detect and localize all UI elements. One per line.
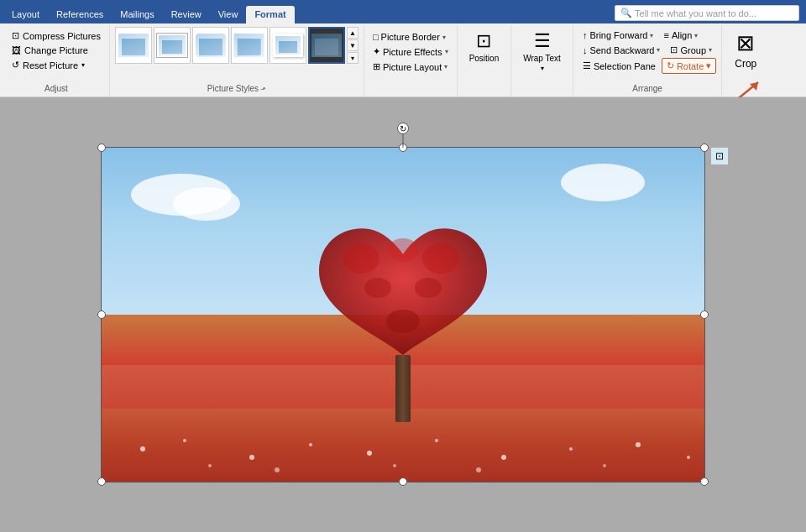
rotate-button[interactable]: ↻ Rotate ▾ — [662, 58, 716, 74]
position-label-area — [463, 95, 506, 96]
align-dropdown-icon: ▾ — [694, 32, 698, 39]
tab-layout[interactable]: Layout — [3, 6, 48, 23]
selection-overlay: ↻ — [101, 147, 705, 482]
reset-picture-button[interactable]: ↺ Reset Picture ▾ — [8, 58, 104, 72]
align-icon: ≡ — [663, 30, 668, 40]
search-bar[interactable]: 🔍 Tell me what you want to do... — [615, 5, 799, 21]
wrap-text-button[interactable]: ☰ Wrap Text ▾ — [516, 27, 568, 76]
wrap-text-group: ☰ Wrap Text ▾ — [511, 25, 573, 96]
styles-thumbnails-row: ▲ ▼ ▾ — [115, 27, 359, 64]
layout-dropdown-icon: ▾ — [444, 63, 447, 70]
compress-icon: ⊡ — [12, 30, 19, 41]
crop-button[interactable]: ⊠ Crop — [727, 27, 764, 73]
handle-bottom-right[interactable] — [700, 477, 709, 486]
style-preview-1 — [118, 34, 149, 57]
rotate-handle[interactable]: ↻ — [397, 123, 409, 134]
dropdown-arrow-icon: ▾ — [81, 61, 85, 69]
style-preview-2 — [157, 34, 187, 57]
tab-review[interactable]: Review — [163, 6, 210, 23]
bring-forward-button[interactable]: ↑ Bring Forward ▾ — [578, 29, 658, 42]
tab-format[interactable]: Format — [246, 6, 294, 23]
search-placeholder: Tell me what you want to do... — [635, 8, 756, 18]
adjust-group-label-area: Adjust — [8, 84, 104, 96]
rotate-icon: ↻ — [667, 60, 674, 71]
style-preview-3 — [196, 34, 226, 57]
picture-icon: 🖼 — [12, 45, 21, 55]
picture-effects-button[interactable]: ✦ Picture Effects ▾ — [369, 44, 452, 59]
effects-dropdown-icon: ▾ — [445, 48, 448, 55]
forward-dropdown-icon: ▾ — [650, 32, 653, 39]
image-container[interactable]: ↻ ⊡ — [101, 147, 705, 482]
selection-pane-icon: ☰ — [583, 60, 591, 71]
style-thumb-2[interactable] — [154, 27, 191, 64]
wrap-icon: ☰ — [534, 30, 551, 52]
styles-group-label-area: Picture Styles ⬏ — [115, 84, 359, 96]
scroll-more-arrow[interactable]: ▾ — [347, 52, 359, 64]
rotate-dropdown-icon: ▾ — [706, 60, 711, 71]
position-group: ⊡ Position — [458, 25, 512, 96]
backward-dropdown-icon: ▾ — [657, 46, 660, 54]
style-thumb-5[interactable] — [270, 27, 306, 64]
handle-mid-right[interactable] — [700, 310, 709, 319]
send-backward-button[interactable]: ↓ Send Backward ▾ — [578, 43, 665, 57]
scroll-down-arrow[interactable]: ▼ — [347, 39, 359, 51]
arrange-buttons: ↑ Bring Forward ▾ ≡ Align ▾ ↓ Send Backw… — [578, 27, 716, 74]
group-dropdown-icon: ▾ — [709, 46, 712, 54]
rotate-btn-wrapper: ↻ Rotate ▾ — [662, 58, 716, 74]
picture-layout-button[interactable]: ⊞ Picture Layout ▾ — [369, 60, 452, 74]
arrange-row-1: ↑ Bring Forward ▾ ≡ Align ▾ — [578, 29, 716, 42]
border-icon: □ — [373, 32, 379, 42]
crop-icon: ⊠ — [736, 30, 755, 56]
tab-mailings[interactable]: Mailings — [112, 6, 162, 23]
arrange-row-3: ☰ Selection Pane ↻ Rotate ▾ — [578, 58, 716, 74]
style-thumbnails-list: ▲ ▼ ▾ — [115, 27, 359, 64]
ribbon-tabs: Layout References Mailings Review View F… — [0, 0, 806, 23]
arrange-group-label-area: Arrange — [578, 84, 716, 96]
border-dropdown-icon: ▾ — [442, 34, 446, 41]
arrange-row-2: ↓ Send Backward ▾ ⊡ Group ▾ — [578, 43, 716, 57]
style-scroll-arrows: ▲ ▼ ▾ — [347, 27, 359, 64]
picture-styles-group: ▲ ▼ ▾ Picture Styles ⬏ — [110, 25, 364, 96]
styles-group-label: Picture Styles — [207, 84, 259, 95]
selection-pane-button[interactable]: ☰ Selection Pane — [578, 58, 660, 74]
handle-top-left[interactable] — [97, 143, 106, 152]
compress-pictures-button[interactable]: ⊡ Compress Pictures — [8, 29, 104, 43]
handle-top-right[interactable] — [700, 143, 709, 152]
layout-icon-btn: ⊞ — [373, 61, 380, 72]
styles-label-row: Picture Styles ⬏ — [207, 84, 266, 95]
effects-buttons: □ Picture Border ▾ ✦ Picture Effects ▾ ⊞… — [369, 27, 452, 74]
layout-options-icon[interactable]: ⊡ — [710, 147, 729, 165]
align-button[interactable]: ≡ Align ▾ — [659, 29, 702, 42]
wrap-dropdown-icon: ▾ — [541, 65, 544, 72]
crop-group: ⊠ Crop — [722, 25, 769, 96]
position-button[interactable]: ⊡ Position — [463, 27, 506, 66]
style-thumb-4[interactable] — [231, 27, 268, 64]
style-thumb-6[interactable] — [308, 27, 345, 64]
adjust-group: ⊡ Compress Pictures 🖼 Change Picture ↺ R… — [3, 25, 110, 96]
tab-references[interactable]: References — [48, 6, 112, 23]
handle-mid-left[interactable] — [97, 310, 106, 319]
style-thumb-3[interactable] — [192, 27, 229, 64]
document-area: ↻ ⊡ — [0, 97, 806, 532]
arrange-group-label: Arrange — [632, 84, 662, 95]
adjust-group-label: Adjust — [44, 84, 68, 95]
group-button[interactable]: ⊡ Group ▾ — [666, 43, 716, 57]
position-icon: ⊡ — [476, 30, 491, 52]
reset-icon: ↺ — [12, 60, 19, 70]
tab-view[interactable]: View — [210, 6, 247, 23]
picture-border-button[interactable]: □ Picture Border ▾ — [369, 30, 452, 44]
style-preview-4 — [234, 34, 264, 58]
send-backward-icon: ↓ — [583, 45, 588, 55]
group-icon: ⊡ — [670, 44, 678, 55]
effects-group-label-area — [369, 93, 452, 96]
adjust-buttons: ⊡ Compress Pictures 🖼 Change Picture ↺ R… — [8, 27, 104, 72]
scroll-up-arrow[interactable]: ▲ — [347, 27, 359, 39]
ribbon: ⊡ Compress Pictures 🖼 Change Picture ↺ R… — [0, 23, 806, 97]
change-picture-button[interactable]: 🖼 Change Picture — [8, 44, 104, 57]
style-thumb-1[interactable] — [115, 27, 152, 64]
handle-bottom-left[interactable] — [97, 477, 106, 486]
expand-icon[interactable]: ⬏ — [260, 86, 266, 93]
handle-bottom-center[interactable] — [399, 477, 407, 486]
arrange-group: ↑ Bring Forward ▾ ≡ Align ▾ ↓ Send Backw… — [573, 25, 722, 96]
crop-label-area — [727, 95, 764, 96]
